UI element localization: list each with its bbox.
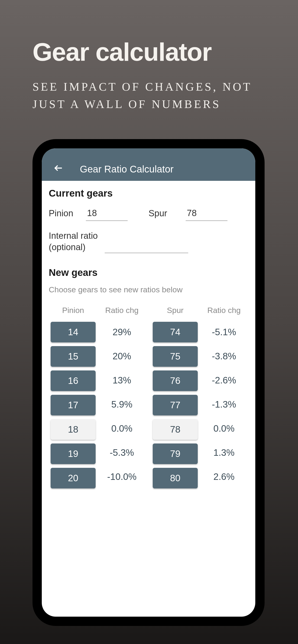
- pinion-gear-button[interactable]: 17: [51, 395, 96, 416]
- pinion-ratio-value: 29%: [98, 322, 146, 342]
- spur-gear-button[interactable]: 75: [153, 346, 198, 367]
- internal-ratio-row: Internal ratio (optional): [49, 230, 248, 253]
- pinion-gear-button[interactable]: 19: [51, 444, 96, 464]
- spur-ratio-column: Ratio chg -5.1%-3.8%-2.6%-1.3%0.0%1.3%2.…: [200, 306, 248, 492]
- spur-ratio-value: -2.6%: [200, 370, 248, 390]
- back-arrow-icon[interactable]: [49, 158, 68, 180]
- internal-ratio-input[interactable]: [105, 238, 188, 253]
- spur-ratio-value: -5.1%: [200, 322, 248, 342]
- gear-table: Pinion 14151617181920 Ratio chg 29%20%13…: [49, 306, 248, 492]
- spur-gear-column: Spur 74757677787980: [151, 306, 200, 492]
- spur-gear-button[interactable]: 74: [153, 322, 198, 342]
- pinion-gear-column: Pinion 14151617181920: [49, 306, 98, 492]
- spur-ratio-value: 0.0%: [200, 418, 248, 438]
- pinion-ratio-value: 20%: [98, 346, 146, 366]
- pinion-ratio-column: Ratio chg 29%20%13%5.9%0.0%-5.3%-10.0%: [98, 306, 146, 492]
- ratio-chg-header-1: Ratio chg: [98, 306, 146, 315]
- spur-header: Spur: [151, 306, 200, 315]
- spur-ratio-value: -3.8%: [200, 346, 248, 366]
- content-area: Current gears Pinion Spur Internal ratio…: [42, 181, 255, 497]
- spur-column-group: Spur 74757677787980 Ratio chg -5.1%-3.8%…: [151, 306, 248, 492]
- current-gears-inputs: Pinion Spur: [49, 206, 248, 221]
- pinion-ratio-value: 0.0%: [98, 418, 146, 438]
- spur-input[interactable]: [186, 206, 227, 221]
- spur-label: Spur: [149, 208, 179, 218]
- spur-gear-button[interactable]: 78: [153, 419, 198, 440]
- promo-title: Gear calculator: [33, 37, 265, 66]
- internal-ratio-label: Internal ratio (optional): [49, 230, 98, 253]
- promo-header: Gear calculator SEE IMPACT OF CHANGES, N…: [0, 0, 298, 132]
- pinion-gear-button[interactable]: 16: [51, 370, 96, 391]
- pinion-gear-button[interactable]: 20: [51, 468, 96, 488]
- pinion-ratio-value: -10.0%: [98, 466, 146, 487]
- pinion-label: Pinion: [49, 208, 79, 218]
- spur-gear-button[interactable]: 77: [153, 395, 198, 416]
- spur-gear-button[interactable]: 76: [153, 370, 198, 391]
- pinion-input[interactable]: [86, 206, 128, 221]
- pinion-gear-button[interactable]: 15: [51, 346, 96, 367]
- pinion-ratio-value: -5.3%: [98, 442, 146, 463]
- spur-gear-button[interactable]: 79: [153, 444, 198, 464]
- new-gears-heading: New gears: [49, 267, 248, 278]
- pinion-gear-button[interactable]: 14: [51, 322, 96, 342]
- new-gears-subtitle: Choose gears to see new ratios below: [49, 285, 248, 294]
- ratio-chg-header-2: Ratio chg: [200, 306, 248, 315]
- app-bar: Gear Ratio Calculator: [42, 148, 255, 181]
- phone-screen: Gear Ratio Calculator Current gears Pini…: [42, 148, 255, 617]
- phone-frame: Gear Ratio Calculator Current gears Pini…: [33, 139, 264, 626]
- spur-gear-button[interactable]: 80: [153, 468, 198, 488]
- spur-ratio-value: 2.6%: [200, 466, 248, 487]
- spur-ratio-value: 1.3%: [200, 442, 248, 463]
- pinion-ratio-value: 5.9%: [98, 394, 146, 414]
- pinion-header: Pinion: [49, 306, 98, 315]
- app-title: Gear Ratio Calculator: [80, 164, 174, 175]
- pinion-ratio-value: 13%: [98, 370, 146, 390]
- current-gears-heading: Current gears: [49, 188, 248, 199]
- promo-subtitle: SEE IMPACT OF CHANGES, NOT JUST A WALL O…: [33, 78, 265, 113]
- pinion-gear-button[interactable]: 18: [51, 419, 96, 440]
- spur-ratio-value: -1.3%: [200, 394, 248, 414]
- pinion-column-group: Pinion 14151617181920 Ratio chg 29%20%13…: [49, 306, 146, 492]
